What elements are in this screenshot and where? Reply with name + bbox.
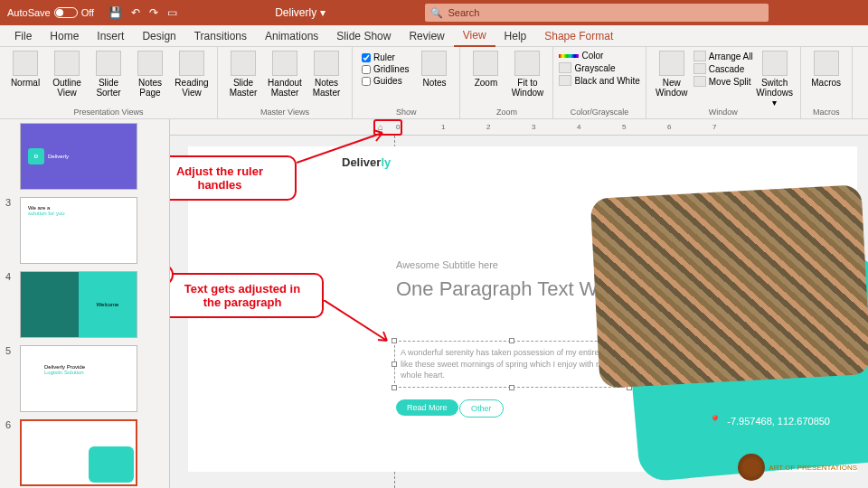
autosave-state: Off <box>81 7 94 18</box>
slide-master-button[interactable]: Slide Master <box>223 51 263 98</box>
group-presentation-views: Normal Outline View Slide Sorter Notes P… <box>0 47 218 118</box>
cascade-button[interactable]: Cascade <box>693 63 753 74</box>
gridlines-checkbox[interactable]: Gridlines <box>362 64 409 74</box>
group-window: New Window Arrange All Cascade Move Spli… <box>646 47 801 118</box>
switch-icon <box>762 51 788 76</box>
notes-master-button[interactable]: Notes Master <box>307 51 346 98</box>
thumb-3[interactable]: 3 We are asolution for you <box>5 197 148 264</box>
grayscale-button[interactable]: Grayscale <box>559 62 639 73</box>
thumb-6[interactable]: 6 <box>5 419 148 486</box>
redo-icon[interactable]: ↷ <box>149 6 158 19</box>
coordinates-label: 📍 -7.957468, 112.670850 <box>709 415 830 427</box>
group-label: Master Views <box>260 108 309 117</box>
bw-button[interactable]: Black and White <box>559 75 639 86</box>
group-master-views: Slide Master Handout Master Notes Master… <box>218 47 353 118</box>
thumb-5[interactable]: 5 Deliverly ProvideLogistic Solution <box>5 345 148 412</box>
notes-page-button[interactable]: Notes Page <box>130 51 170 98</box>
outline-icon <box>54 51 80 76</box>
notes-master-icon <box>314 51 339 76</box>
cascade-icon <box>693 63 706 74</box>
other-button[interactable]: Other <box>459 399 504 418</box>
macros-button[interactable]: Macros <box>807 51 846 88</box>
quick-access-toolbar: 💾 ↶ ↷ ▭ <box>101 6 184 19</box>
group-macros: Macros Macros <box>801 47 853 118</box>
tab-slideshow[interactable]: Slide Show <box>327 26 400 46</box>
move-split-button[interactable]: Move Split <box>693 76 753 87</box>
ruler-checkbox[interactable]: Ruler <box>362 52 409 62</box>
vertical-ruler[interactable] <box>154 119 170 488</box>
tab-file[interactable]: File <box>5 26 41 46</box>
slide-thumbnail-panel[interactable]: DDeliverly 3 We are asolution for you 4 … <box>0 119 154 488</box>
tab-view[interactable]: View <box>454 25 495 47</box>
sorter-icon <box>96 51 121 76</box>
tab-transitions[interactable]: Transitions <box>185 26 256 46</box>
tab-home[interactable]: Home <box>41 26 88 46</box>
tab-shape-format[interactable]: Shape Format <box>535 26 622 46</box>
notes-icon <box>421 51 447 76</box>
color-button[interactable]: Color <box>559 51 639 61</box>
macros-icon <box>814 51 839 76</box>
reading-view-button[interactable]: Reading View <box>172 51 212 98</box>
canvas-area: 0 1 2 3 4 5 6 7 ⌂ Deliverly Awesome Subt… <box>170 119 868 488</box>
search-placeholder: Search <box>448 7 480 18</box>
color-icon <box>559 54 579 58</box>
arrange-all-button[interactable]: Arrange All <box>693 51 753 61</box>
title-bar: AutoSave Off 💾 ↶ ↷ ▭ Deliverly ▾ 🔍 Searc… <box>0 0 868 25</box>
handout-master-button[interactable]: Handout Master <box>265 51 305 98</box>
textbox-body: A wonderful serenity has taken possessio… <box>401 348 618 380</box>
search-icon: 🔍 <box>430 7 443 19</box>
resize-handle[interactable] <box>509 385 514 390</box>
fit-window-button[interactable]: Fit to Window <box>507 51 547 98</box>
tab-design[interactable]: Design <box>133 26 184 46</box>
document-title[interactable]: Deliverly ▾ <box>275 6 325 19</box>
slide-subtitle[interactable]: Awesome Subtitle here <box>396 259 498 270</box>
slide-sorter-button[interactable]: Slide Sorter <box>89 51 128 98</box>
tab-insert[interactable]: Insert <box>88 26 133 46</box>
autosave-label: AutoSave <box>7 7 51 18</box>
watermark: ART OF PRESENTATIONS <box>738 454 857 481</box>
callout-badge: 2 <box>170 264 174 286</box>
group-color: Color Grayscale Black and White Color/Gr… <box>553 47 646 118</box>
notes-page-icon <box>137 51 163 76</box>
workspace: DDeliverly 3 We are asolution for you 4 … <box>0 119 868 488</box>
reading-icon <box>179 51 204 76</box>
group-label: Window <box>709 108 738 117</box>
autosave-toggle[interactable]: AutoSave Off <box>0 7 101 18</box>
zoom-button[interactable]: Zoom <box>466 51 505 88</box>
thumb-4[interactable]: 4 Welcome <box>5 271 148 338</box>
grayscale-icon <box>559 62 571 73</box>
start-icon[interactable]: ▭ <box>167 6 177 19</box>
resize-handle[interactable] <box>392 361 397 367</box>
menu-bar: File Home Insert Design Transitions Anim… <box>0 25 868 47</box>
handout-icon <box>272 51 297 76</box>
outline-view-button[interactable]: Outline View <box>47 51 87 98</box>
tab-help[interactable]: Help <box>495 26 536 46</box>
save-icon[interactable]: 💾 <box>108 6 122 19</box>
group-label: Show <box>396 108 417 117</box>
guides-checkbox[interactable]: Guides <box>362 76 409 86</box>
resize-handle[interactable] <box>392 385 397 390</box>
new-window-button[interactable]: New Window <box>652 51 692 98</box>
group-zoom: Zoom Fit to Window Zoom <box>460 47 553 118</box>
read-more-button[interactable]: Read More <box>396 399 458 416</box>
tab-animations[interactable]: Animations <box>256 26 327 46</box>
selected-textbox[interactable]: A wonderful serenity has taken possessio… <box>394 341 629 388</box>
resize-handle[interactable] <box>509 338 514 343</box>
group-show: Ruler Gridlines Guides Notes Show <box>353 47 460 118</box>
location-icon: 📍 <box>709 415 722 427</box>
thumb-2[interactable]: DDeliverly <box>5 123 148 190</box>
container-image[interactable] <box>590 184 868 388</box>
search-box[interactable]: 🔍 Search <box>425 4 769 22</box>
notes-button[interactable]: Notes <box>414 51 454 88</box>
callout-1: 1 Adjust the ruler handles <box>170 155 297 201</box>
undo-icon[interactable]: ↶ <box>131 6 140 19</box>
arrange-icon <box>693 51 706 61</box>
zoom-icon <box>473 51 498 76</box>
toggle-icon <box>54 7 78 18</box>
horizontal-ruler[interactable]: 0 1 2 3 4 5 6 7 ⌂ <box>170 119 868 136</box>
normal-button[interactable]: Normal <box>5 51 45 88</box>
tab-review[interactable]: Review <box>400 26 453 46</box>
group-label: Presentation Views <box>74 108 144 117</box>
switch-windows-button[interactable]: Switch Windows ▾ <box>755 51 795 108</box>
group-label: Color/Grayscale <box>571 108 629 117</box>
